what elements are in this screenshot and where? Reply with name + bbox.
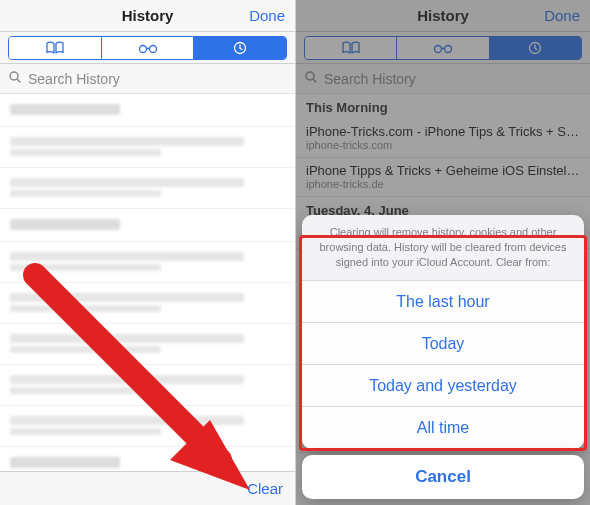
clear-option-today[interactable]: Today bbox=[302, 323, 584, 365]
svg-point-0 bbox=[139, 46, 146, 53]
clear-option-all-time[interactable]: All time bbox=[302, 407, 584, 449]
tab-history[interactable] bbox=[193, 37, 286, 59]
clear-option-today-yesterday[interactable]: Today and yesterday bbox=[302, 365, 584, 407]
bottom-toolbar: Clear bbox=[0, 471, 295, 505]
page-title: History bbox=[417, 7, 469, 24]
glasses-icon bbox=[136, 42, 160, 54]
search-icon bbox=[8, 70, 22, 87]
search-bar[interactable] bbox=[0, 64, 295, 94]
svg-point-1 bbox=[149, 46, 156, 53]
svg-point-6 bbox=[434, 46, 441, 53]
clear-option-last-hour[interactable]: The last hour bbox=[302, 281, 584, 323]
book-icon bbox=[45, 41, 65, 55]
clock-icon bbox=[233, 41, 247, 55]
page-title: History bbox=[122, 7, 174, 24]
tab-reading-list[interactable] bbox=[101, 37, 194, 59]
done-button[interactable]: Done bbox=[544, 7, 580, 24]
segmented-control bbox=[8, 36, 287, 60]
history-list-blurred bbox=[0, 94, 295, 471]
clear-history-action-sheet: Clearing will remove history, cookies an… bbox=[302, 215, 584, 499]
sheet-message: Clearing will remove history, cookies an… bbox=[302, 215, 584, 281]
tab-bookmarks[interactable] bbox=[305, 37, 396, 59]
search-bar[interactable] bbox=[296, 64, 590, 94]
navbar: History Done bbox=[296, 0, 590, 32]
tabs-bar bbox=[0, 32, 295, 64]
svg-line-4 bbox=[17, 79, 20, 82]
history-row[interactable]: iPhone-Tricks.com - iPhone Tips & Tricks… bbox=[296, 119, 590, 158]
row-title: iPhone-Tricks.com - iPhone Tips & Tricks… bbox=[306, 124, 580, 139]
book-icon bbox=[341, 41, 361, 55]
history-screen-action-sheet: History Done bbox=[295, 0, 590, 505]
tab-history[interactable] bbox=[489, 37, 581, 59]
search-input[interactable] bbox=[28, 71, 287, 87]
glasses-icon bbox=[431, 42, 455, 54]
navbar: History Done bbox=[0, 0, 295, 32]
cancel-button[interactable]: Cancel bbox=[302, 455, 584, 499]
history-screen-before: History Done bbox=[0, 0, 295, 505]
tabs-bar bbox=[296, 32, 590, 64]
svg-point-7 bbox=[444, 46, 451, 53]
clock-icon bbox=[528, 41, 542, 55]
row-title: iPhone Tipps & Tricks + Geheime iOS Eins… bbox=[306, 163, 580, 178]
tab-bookmarks[interactable] bbox=[9, 37, 101, 59]
search-icon bbox=[304, 70, 318, 87]
section-header: This Morning bbox=[296, 94, 590, 119]
tab-reading-list[interactable] bbox=[396, 37, 488, 59]
row-subtitle: iphone-tricks.com bbox=[306, 139, 580, 151]
clear-button[interactable]: Clear bbox=[247, 480, 283, 497]
history-row[interactable]: iPhone Tipps & Tricks + Geheime iOS Eins… bbox=[296, 158, 590, 197]
row-subtitle: iphone-tricks.de bbox=[306, 178, 580, 190]
svg-line-10 bbox=[313, 79, 316, 82]
segmented-control bbox=[304, 36, 582, 60]
search-input[interactable] bbox=[324, 71, 582, 87]
done-button[interactable]: Done bbox=[249, 7, 285, 24]
